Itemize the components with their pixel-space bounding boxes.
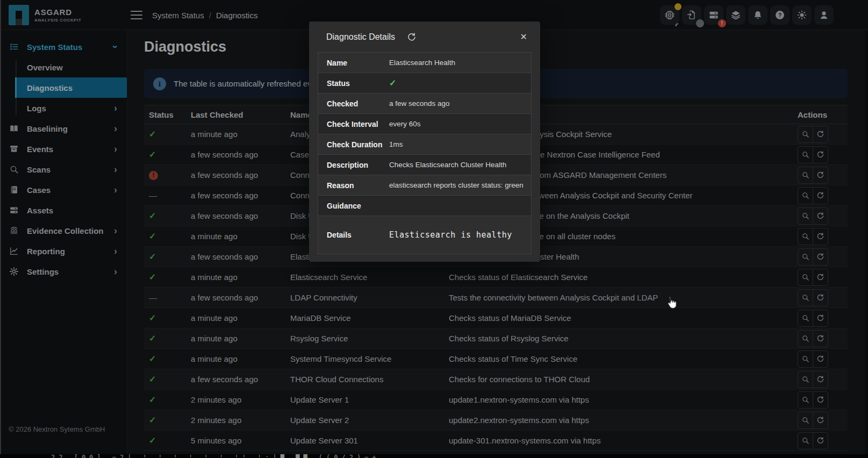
diagnostic-details-modal: Diagnostic Details ✕ Name Elasticsearch …	[309, 22, 540, 262]
modal-detail-row: Guidance	[318, 196, 531, 216]
modal-detail-row: Checked a few seconds ago	[318, 94, 531, 114]
refresh-icon	[407, 32, 417, 42]
modal-detail-row: Check Interval every 60s	[318, 114, 531, 134]
modal-detail-row: Name Elasticsearch Health	[318, 53, 531, 73]
detail-label: Description	[318, 161, 389, 169]
detail-value	[389, 78, 531, 88]
modal-detail-row: Details Elasticsearch is healthy	[318, 216, 531, 254]
mouse-cursor	[665, 296, 677, 311]
modal-detail-table: Name Elasticsearch Health Status Checked…	[318, 52, 532, 254]
detail-label: Status	[318, 79, 389, 88]
detail-value: a few seconds ago	[389, 99, 531, 108]
detail-value: elasticsearch reports cluster status: gr…	[389, 181, 531, 189]
detail-label: Check Interval	[318, 120, 389, 128]
detail-label: Name	[318, 59, 389, 67]
detail-value: Checks Elasticsearch Cluster Health	[389, 161, 531, 169]
detail-label: Reason	[318, 181, 389, 190]
detail-value: Elasticsearch Health	[389, 59, 531, 67]
detail-label: Guidance	[318, 202, 389, 210]
modal-detail-row: Reason elasticsearch reports cluster sta…	[318, 175, 531, 196]
detail-value: Elasticsearch is healthy	[389, 230, 531, 240]
modal-detail-row: Status	[318, 73, 531, 94]
modal-refresh-button[interactable]	[407, 32, 417, 42]
modal-detail-row: Description Checks Elasticsearch Cluster…	[318, 155, 531, 175]
modal-title: Diagnostic Details	[326, 32, 395, 42]
detail-value: 1ms	[389, 140, 531, 148]
detail-label: Checked	[318, 99, 389, 108]
detail-label: Check Duration	[318, 140, 389, 149]
close-icon: ✕	[520, 32, 527, 41]
detail-value: every 60s	[389, 120, 531, 128]
modal-close-button[interactable]: ✕	[520, 32, 527, 42]
modal-detail-row: Check Duration 1ms	[318, 134, 531, 155]
detail-label: Details	[318, 231, 389, 239]
modal-overlay[interactable]: Diagnostic Details ✕ Name Elasticsearch …	[0, 0, 868, 458]
modal-header: Diagnostic Details ✕	[309, 22, 540, 52]
